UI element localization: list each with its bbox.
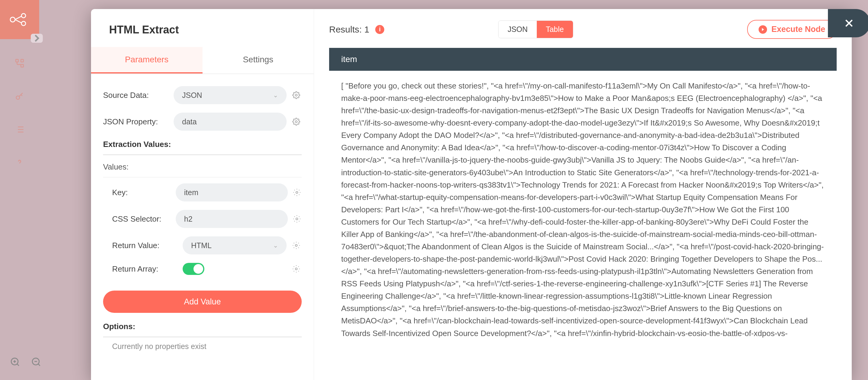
zoom-in-icon[interactable] — [9, 356, 21, 368]
gear-icon[interactable] — [291, 240, 302, 251]
execute-node-button[interactable]: Execute Node — [747, 20, 837, 39]
return-array-toggle[interactable] — [183, 263, 204, 275]
json-property-label: JSON Property: — [103, 117, 169, 127]
source-data-label: Source Data: — [103, 91, 169, 100]
svg-line-3 — [15, 16, 22, 20]
gear-icon[interactable] — [291, 116, 302, 127]
chevron-down-icon: ⌄ — [273, 242, 278, 249]
add-value-button[interactable]: Add Value — [103, 290, 302, 313]
gear-icon[interactable] — [291, 264, 302, 274]
svg-point-25 — [296, 121, 298, 123]
extraction-values-header: Extraction Values: — [103, 140, 302, 155]
table-cell-content: [ "Before you go, check out these storie… — [329, 71, 837, 369]
svg-point-0 — [10, 17, 15, 22]
values-header: Values: — [103, 162, 302, 177]
sidebar-expand-icon[interactable] — [31, 34, 43, 43]
svg-point-29 — [296, 268, 298, 270]
svg-point-26 — [296, 192, 298, 194]
chevron-down-icon: ⌄ — [273, 92, 278, 99]
return-value-label: Return Value: — [112, 241, 179, 250]
svg-point-28 — [296, 244, 298, 247]
svg-line-20 — [38, 364, 40, 366]
gear-icon[interactable] — [292, 213, 302, 224]
svg-line-4 — [15, 20, 22, 23]
json-view-button[interactable]: JSON — [498, 21, 537, 38]
play-icon — [758, 25, 767, 34]
zoom-controls — [9, 356, 42, 368]
workflows-icon[interactable] — [13, 57, 26, 69]
key-input[interactable] — [176, 183, 288, 201]
css-selector-input[interactable] — [176, 210, 288, 228]
source-data-select[interactable]: JSON ⌄ — [174, 86, 287, 104]
executions-icon[interactable] — [13, 124, 26, 136]
view-toggle: JSON Table — [498, 21, 573, 38]
svg-rect-5 — [16, 59, 19, 62]
svg-rect-6 — [21, 64, 24, 67]
node-title: HTML Extract — [91, 9, 314, 47]
gear-icon[interactable] — [292, 187, 302, 198]
results-count: Results: 1 — [329, 24, 369, 35]
gear-icon[interactable] — [291, 90, 302, 101]
key-label: Key: — [112, 188, 172, 197]
close-button[interactable] — [828, 9, 868, 37]
svg-point-2 — [22, 22, 26, 26]
parameters-panel: HTML Extract Parameters Settings Source … — [91, 9, 314, 380]
table-column-header: item — [329, 48, 837, 71]
tab-parameters[interactable]: Parameters — [91, 47, 203, 73]
svg-point-27 — [296, 218, 298, 220]
return-value-select[interactable]: HTML ⌄ — [183, 236, 287, 254]
tab-settings[interactable]: Settings — [203, 47, 314, 73]
json-property-input[interactable] — [174, 113, 287, 131]
css-selector-label: CSS Selector: — [112, 214, 172, 224]
help-icon[interactable] — [13, 157, 26, 169]
results-panel: Results: 1 i JSON Table Execute Node ite… — [314, 9, 852, 380]
sidebar-logo[interactable] — [0, 0, 39, 39]
sidebar — [0, 0, 39, 380]
tabs: Parameters Settings — [91, 47, 314, 74]
info-icon[interactable]: i — [375, 25, 384, 34]
credentials-icon[interactable] — [13, 90, 26, 102]
svg-line-16 — [17, 364, 19, 366]
table-view-button[interactable]: Table — [537, 21, 573, 38]
zoom-out-icon[interactable] — [30, 356, 42, 368]
svg-rect-7 — [21, 59, 24, 62]
no-properties-text: Currently no properties exist — [103, 342, 302, 351]
svg-point-1 — [22, 13, 26, 18]
options-header: Options: — [103, 322, 302, 337]
svg-point-24 — [296, 94, 298, 96]
return-array-label: Return Array: — [112, 264, 179, 274]
node-modal: HTML Extract Parameters Settings Source … — [91, 9, 852, 380]
